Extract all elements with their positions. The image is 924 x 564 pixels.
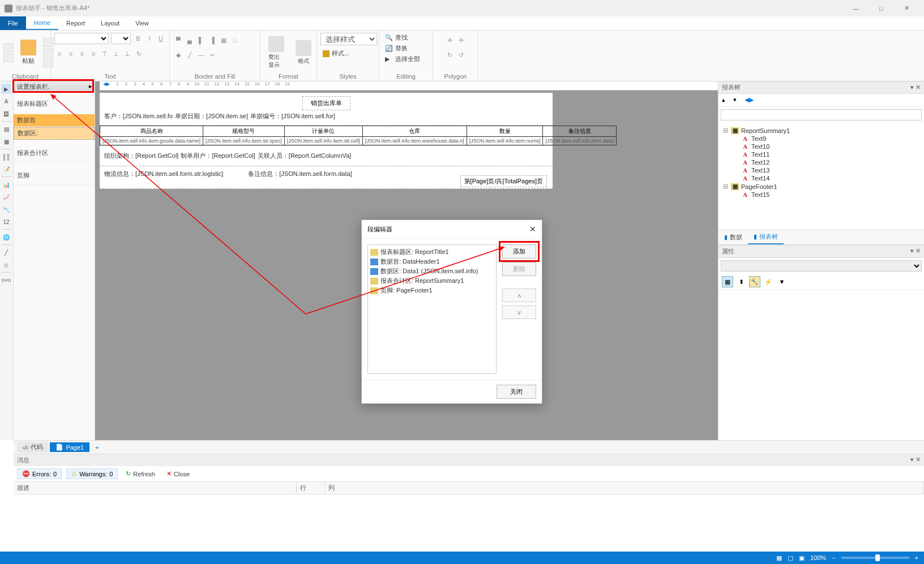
tree-item[interactable]: Text13 <box>751 167 769 174</box>
person-field[interactable]: 关联人员：[Report.GetColumnVa] <box>258 152 351 160</box>
props-bolt-button[interactable]: ⚡ <box>763 276 774 287</box>
border-all-button[interactable]: ▦ <box>219 35 229 45</box>
chart-tool-2[interactable]: 📈 <box>1 192 11 202</box>
underline-button[interactable]: U <box>156 33 166 44</box>
dialog-up-button[interactable]: ʌ <box>502 289 536 302</box>
remark-field[interactable]: 备注信息：[JSON.item.sell.form.data] <box>248 170 352 178</box>
align-center-button[interactable]: ≡ <box>66 49 76 59</box>
zoom-out-button[interactable]: − <box>832 554 835 561</box>
format-button[interactable]: 格式 <box>291 38 316 67</box>
tree-footer-node[interactable]: PageFooter1 <box>741 183 777 190</box>
user-field[interactable]: 制单用户：[Report.GetCol] <box>181 152 255 160</box>
band-title[interactable]: 报表标题区 <box>14 91 95 114</box>
props-az-button[interactable]: ⬍ <box>735 276 747 287</box>
report-tree[interactable]: ⊟▦ReportSummary1 AText9AText10AText11ATe… <box>718 123 924 230</box>
line-style-button[interactable]: — <box>196 50 206 60</box>
add-page-button[interactable]: + <box>91 443 103 452</box>
tree-expand-icon[interactable]: ▾ <box>733 96 741 104</box>
poly-btn-1[interactable]: ✛ <box>445 35 455 45</box>
bold-button[interactable]: B <box>133 33 143 44</box>
tab-page1[interactable]: 📄Page1 <box>50 442 89 452</box>
customer-field[interactable]: 客户：[JSON.item.sell.fo <box>104 112 173 120</box>
border-top-button[interactable]: ▀ <box>173 35 183 45</box>
selectall-button[interactable]: ▶选择全部 <box>383 54 429 64</box>
table-header[interactable]: 备注信息 <box>543 126 617 137</box>
barcode-tool[interactable]: ║║ <box>1 152 11 162</box>
errors-pill[interactable]: ⛔ Errors: 0 <box>17 468 62 479</box>
dialog-list-item[interactable]: 数据首: DataHeader1 <box>370 257 494 266</box>
text-tool[interactable]: A <box>1 96 11 106</box>
tab-tree[interactable]: ▮报表树 <box>748 230 784 244</box>
refresh-button[interactable]: ↻Refresh <box>122 469 159 479</box>
line-width-button[interactable]: ═ <box>207 50 217 60</box>
props-grid[interactable] <box>718 290 924 460</box>
chart-tool-1[interactable]: 📊 <box>1 179 11 190</box>
rich-tool[interactable]: 📝 <box>1 164 11 174</box>
props-cat-button[interactable]: ▦ <box>722 276 733 287</box>
image-tool[interactable]: 🖼 <box>1 109 11 119</box>
align-top-button[interactable]: ⊤ <box>100 49 110 59</box>
col-col[interactable]: 列 <box>325 482 924 494</box>
status-unit-icon[interactable]: ▦ <box>776 554 782 562</box>
status-grid-icon[interactable]: ▢ <box>788 554 793 562</box>
chevron-icon[interactable]: ▸ <box>89 83 92 90</box>
props-wrench-button[interactable]: 🔧 <box>749 276 760 287</box>
svg-tool[interactable]: SVG <box>1 275 11 285</box>
dialog-close-footer-button[interactable]: 关闭 <box>497 385 536 399</box>
dialog-list-item[interactable]: 报表标题区: ReportTitle1 <box>370 247 494 257</box>
table-cell[interactable]: [JSON.item.sell.info.item.data] <box>543 137 617 145</box>
border-left-button[interactable]: ▌ <box>196 35 206 45</box>
align-justify-button[interactable]: ≡ <box>88 49 99 59</box>
tree-collapse-icon[interactable]: ▴ <box>722 96 730 104</box>
line-color-button[interactable]: ╱ <box>185 50 195 60</box>
data-table[interactable]: 商品名称规格型号计量单位仓库数量备注信息 [JSON.item.sell.inf… <box>100 126 617 145</box>
tree-item[interactable]: Text11 <box>751 151 769 158</box>
dialog-down-button[interactable]: v <box>502 305 536 319</box>
band-data-header[interactable]: 数据首 <box>14 114 95 127</box>
menu-report[interactable]: Report <box>58 16 93 30</box>
props-filter-button[interactable]: ▼ <box>776 276 788 287</box>
billno-field[interactable]: 单据编号：[JSON.item.sell.for] <box>250 112 335 120</box>
poly-btn-3[interactable]: ↻ <box>445 50 455 60</box>
align-middle-button[interactable]: ⊥ <box>111 49 121 59</box>
font-size-select[interactable] <box>111 33 131 44</box>
dialog-list-item[interactable]: 页脚: PageFooter1 <box>370 286 494 295</box>
italic-button[interactable]: I <box>144 33 155 44</box>
dialog-list-item[interactable]: 数据区: Data1 (JSON.item.sell.info) <box>370 266 494 276</box>
props-pin-icon[interactable]: ▾ ✕ <box>910 247 921 256</box>
tab-code[interactable]: ‹/›代码 <box>17 442 49 453</box>
pointer-tool[interactable]: ▶ <box>1 84 11 94</box>
page-info-field[interactable]: 第[Page]页/共[TotalPages]页 <box>460 175 547 187</box>
undo-button[interactable] <box>3 43 14 52</box>
style-select[interactable]: 选择样式 <box>320 33 377 45</box>
table-cell[interactable]: [JSON.item.sell.info.item.goods.data.nam… <box>100 137 203 145</box>
col-row[interactable]: 行 <box>297 482 325 494</box>
chart-tool-3[interactable]: 📉 <box>1 204 11 214</box>
number-tool[interactable]: 12 <box>1 217 11 227</box>
table-header[interactable]: 商品名称 <box>100 126 203 137</box>
close-button[interactable]: ✕ <box>894 0 919 16</box>
dialog-list-item[interactable]: 报表合计区: ReportSummary1 <box>370 276 494 286</box>
logistic-field[interactable]: 物流信息：[JSON.item.sell.form.str.logistic] <box>104 170 223 178</box>
tree-sync-icon[interactable]: ◀▶ <box>745 96 752 104</box>
globe-tool[interactable]: 🌐 <box>1 232 11 242</box>
tree-root[interactable]: ReportSummary1 <box>741 127 790 134</box>
menu-view[interactable]: View <box>127 16 157 30</box>
table-cell[interactable]: [JSON.item.sell.info.item.str.cell] <box>284 137 362 145</box>
band-tool[interactable]: ▤ <box>1 124 11 134</box>
redo-button[interactable] <box>3 53 14 62</box>
minimize-button[interactable]: — <box>843 0 869 16</box>
line-tool[interactable]: ╱ <box>1 247 11 257</box>
replace-button[interactable]: 🔄替换 <box>383 44 429 53</box>
table-cell[interactable]: [JSON.item.sell.info.item.warehouse.data… <box>362 137 467 145</box>
border-none-button[interactable]: □ <box>230 35 240 45</box>
rotate-button[interactable]: ↻ <box>134 49 144 59</box>
table-header[interactable]: 规格型号 <box>203 126 285 137</box>
dialog-add-button[interactable]: 添加 <box>502 244 536 259</box>
tree-item[interactable]: Text14 <box>751 175 769 182</box>
band-footer[interactable]: 页脚 <box>14 162 95 185</box>
warnings-pill[interactable]: ⚠ Warnings: 0 <box>66 468 118 479</box>
tree-item[interactable]: Text15 <box>751 191 769 198</box>
dialog-band-list[interactable]: 报表标题区: ReportTitle1数据首: DataHeader1数据区: … <box>367 244 497 374</box>
menu-file[interactable]: File <box>0 16 26 30</box>
